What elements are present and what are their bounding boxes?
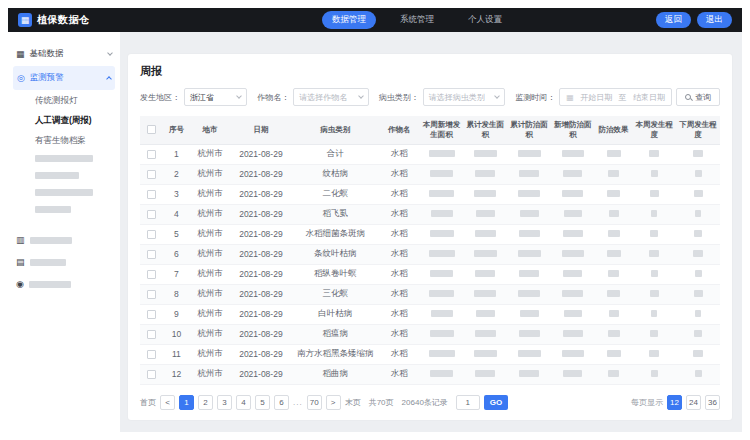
search-button[interactable]: 查询 (676, 88, 720, 106)
page-size-12[interactable]: 12 (667, 395, 682, 410)
sidebar-item-pest-archive[interactable]: 有害生物档案 (8, 130, 120, 150)
cell-pest-category: 稻飞虱 (292, 204, 379, 224)
cell-masked-value (420, 264, 464, 284)
row-checkbox[interactable] (147, 170, 156, 179)
page-button-6[interactable]: 6 (274, 395, 289, 410)
row-select-cell (140, 324, 163, 344)
tab-system-management[interactable]: 系统管理 (390, 11, 444, 29)
row-checkbox[interactable] (147, 270, 156, 279)
first-page-link[interactable]: 首页 (140, 397, 156, 408)
sidebar-item-monitoring-warning[interactable]: ◎监测预警 (13, 66, 115, 90)
cell-masked-value (632, 344, 676, 364)
row-checkbox[interactable] (147, 210, 156, 219)
row-checkbox[interactable] (147, 230, 156, 239)
row-select-cell (140, 184, 163, 204)
row-checkbox[interactable] (147, 250, 156, 259)
page-button-2[interactable]: 2 (198, 395, 213, 410)
sidebar-item-masked[interactable]: ▥ (8, 230, 120, 250)
page-size-36[interactable]: 36 (705, 395, 720, 410)
cell-no: 4 (163, 204, 189, 224)
redacted-value (475, 270, 495, 277)
page-button-1[interactable]: 1 (179, 395, 194, 410)
table-row: 3杭州市2021-08-29二化螟水稻 (140, 184, 720, 204)
redacted-label (35, 172, 79, 179)
top-header: ▦ 植保数据仓 数据管理 系统管理 个人设置 返回 退出 (8, 8, 742, 32)
tab-data-management[interactable]: 数据管理 (322, 11, 376, 29)
crop-select[interactable]: 请选择作物名 (293, 88, 369, 106)
redacted-value (474, 190, 496, 197)
logo-icon: ▦ (18, 13, 32, 27)
cell-masked-value (676, 204, 720, 224)
cell-masked-value (420, 364, 464, 384)
date-range-input[interactable]: ▦ 开始日期 至 结束日期 (559, 88, 672, 106)
app-window: ▦ 植保数据仓 数据管理 系统管理 个人设置 返回 退出 ▦基础数据◎监测预警传… (8, 8, 742, 432)
last-page-link[interactable]: 末页 (345, 397, 361, 408)
cell-masked-value (632, 264, 676, 284)
cell-no: 2 (163, 164, 189, 184)
redacted-value (563, 230, 583, 237)
row-checkbox[interactable] (147, 190, 156, 199)
jump-page-input[interactable] (456, 395, 480, 410)
column-header-no: 序号 (163, 116, 189, 144)
cell-masked-value (632, 324, 676, 344)
row-checkbox[interactable] (147, 290, 156, 299)
page-size-label: 每页显示 (631, 397, 663, 408)
cell-city: 杭州市 (190, 244, 231, 264)
sidebar-item-masked[interactable] (8, 167, 120, 184)
cell-city: 杭州市 (190, 224, 231, 244)
cell-city: 杭州市 (190, 304, 231, 324)
redacted-value (474, 150, 497, 157)
row-checkbox[interactable] (147, 350, 156, 359)
pest-select[interactable]: 请选择病虫类别 (423, 88, 506, 106)
region-select[interactable]: 浙江省 (184, 88, 247, 106)
sidebar-item-masked[interactable]: ◉ (8, 274, 120, 294)
tab-personal-settings[interactable]: 个人设置 (458, 11, 512, 29)
sidebar-item-manual-survey-weekly[interactable]: 人工调查(周报) (8, 110, 120, 130)
redacted-value (609, 310, 619, 317)
redacted-value (518, 290, 540, 297)
sidebar-item-traditional-report-lamp[interactable]: 传统测报灯 (8, 90, 120, 110)
redacted-value (562, 290, 583, 297)
sidebar-item-masked[interactable]: ▤ (8, 252, 120, 272)
cell-pest-category: 稻纵卷叶螟 (292, 264, 379, 284)
redacted-value (430, 230, 454, 237)
select-all-checkbox[interactable] (147, 125, 156, 134)
row-checkbox[interactable] (147, 370, 156, 379)
page-button-3[interactable]: 3 (217, 395, 232, 410)
exit-button[interactable]: 退出 (697, 12, 732, 28)
page-button-4[interactable]: 4 (236, 395, 251, 410)
sidebar-item-masked[interactable] (8, 150, 120, 167)
back-button[interactable]: 返回 (656, 12, 691, 28)
redacted-value (430, 170, 453, 177)
row-checkbox[interactable] (147, 150, 156, 159)
go-button[interactable]: GO (484, 395, 508, 410)
cell-date: 2021-08-29 (230, 244, 291, 264)
cell-date: 2021-08-29 (230, 184, 291, 204)
cell-city: 杭州市 (190, 324, 231, 344)
table-header-row: 序号地市日期病虫类别作物名本周新增发生面积累计发生面积累计防治面积新增防治面积防… (140, 116, 720, 144)
redacted-value (518, 350, 541, 357)
redacted-value (564, 210, 582, 217)
redacted-value (476, 210, 495, 217)
redacted-value (430, 330, 454, 337)
page-size-24[interactable]: 24 (686, 395, 701, 410)
sidebar-item-basic-data[interactable]: ▦基础数据 (8, 42, 120, 66)
column-header-next-week-degree: 下周发生程度 (676, 116, 720, 144)
cell-masked-value (595, 324, 633, 344)
page-button-5[interactable]: 5 (255, 395, 270, 410)
row-checkbox[interactable] (147, 310, 156, 319)
redacted-value (563, 330, 583, 337)
page-size-group: 每页显示 122436 (631, 395, 720, 410)
pest-filter-label: 病虫类别： (379, 92, 419, 103)
prev-page-button[interactable]: < (160, 395, 175, 410)
app-body: ▦基础数据◎监测预警传统测报灯人工调查(周报)有害生物档案▥▤◉ 周报 发生地区… (8, 32, 742, 432)
cell-masked-value (420, 344, 464, 364)
next-page-button[interactable]: > (326, 395, 341, 410)
page-button-last[interactable]: 70 (307, 395, 322, 410)
cell-crop: 水稻 (379, 284, 420, 304)
row-checkbox[interactable] (147, 330, 156, 339)
table-row: 1杭州市2021-08-29合计水稻 (140, 144, 720, 164)
column-header-new-occurrence-area: 本周新增发生面积 (420, 116, 464, 144)
sidebar-item-masked[interactable] (8, 184, 120, 201)
sidebar-item-masked[interactable] (8, 201, 120, 218)
